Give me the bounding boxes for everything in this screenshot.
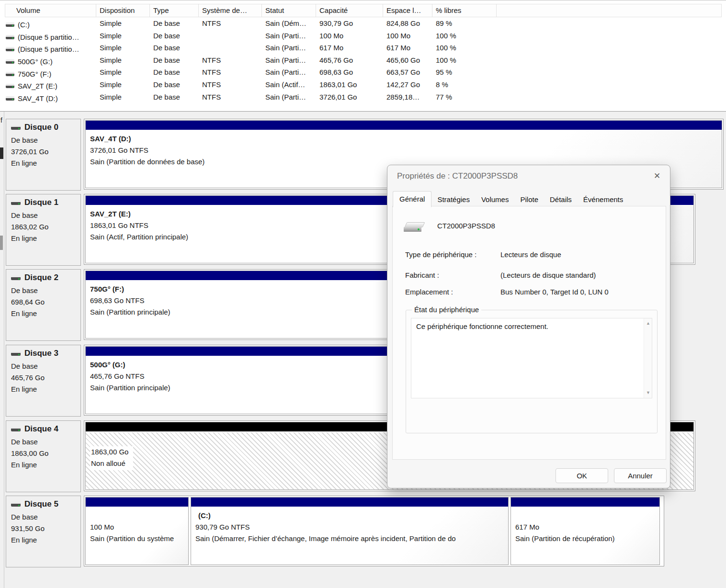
disk-name: Disque 0	[24, 123, 58, 132]
disk-status: En ligne	[11, 459, 80, 471]
disk-status: En ligne	[11, 158, 80, 169]
partition-size: 100 Mo	[90, 521, 184, 533]
partition-recovery[interactable]: 617 Mo Sain (Partition de récupération)	[510, 497, 660, 565]
tab-details[interactable]: Détails	[544, 193, 578, 207]
disk-size: 698,64 Go	[11, 296, 80, 308]
disk-name: Disque 5	[24, 499, 58, 509]
tab-volumes[interactable]: Volumes	[476, 193, 515, 207]
partition-state: Non alloué	[91, 458, 128, 469]
cell-filesystem: NTFS	[199, 18, 262, 31]
cell-capacite: 930,79 Go	[316, 18, 383, 31]
disk-2-label-panel[interactable]: Disque 2 De base 698,64 Go En ligne	[6, 269, 81, 341]
disk-5-label-panel[interactable]: Disque 5 De base 931,50 Go En ligne	[6, 496, 81, 567]
partition-color-strip	[511, 498, 659, 508]
edge-text-fragment: f	[0, 116, 2, 124]
cell-espace: 142,27 Go	[383, 79, 432, 92]
volume-drive-icon	[6, 23, 14, 27]
volume-drive-icon	[6, 96, 14, 101]
cell-filesystem: NTFS	[199, 79, 262, 92]
disk-type: De base	[11, 436, 80, 448]
cell-filesystem: NTFS	[199, 55, 262, 68]
partition-size: 617 Mo	[515, 521, 655, 533]
cell-filler	[497, 31, 722, 43]
edge-mark	[0, 236, 3, 250]
partition-state: Sain (Démarrer, Fichier d’échange, Image…	[195, 533, 504, 544]
disk-status: En ligne	[11, 233, 80, 244]
partition-c[interactable]: (C:) 930,79 Go NTFS Sain (Démarrer, Fich…	[191, 497, 509, 565]
disk-4-label-panel[interactable]: Disque 4 De base 1863,00 Go En ligne	[6, 420, 81, 492]
disk-icon	[11, 125, 21, 130]
cell-libres: 8 %	[432, 79, 497, 92]
dialog-tab-page: CT2000P3PSSD8 Type de périphérique : Lec…	[392, 206, 666, 460]
partition-system[interactable]: 100 Mo Sain (Partition du système	[85, 497, 189, 565]
disk-icon	[11, 351, 21, 356]
location-label: Emplacement :	[405, 288, 500, 296]
volume-name: (Disque 5 partitio…	[18, 45, 79, 53]
column-header-filesystem[interactable]: Système de…	[199, 4, 262, 17]
tab-general[interactable]: Général	[393, 191, 431, 207]
cell-libres: 77 %	[432, 92, 497, 104]
close-icon[interactable]: ✕	[650, 169, 664, 183]
cell-disposition: Simple	[96, 79, 150, 92]
scroll-up-icon[interactable]: ▲	[644, 319, 652, 328]
cell-espace: 2859,18…	[383, 92, 432, 104]
column-header-statut[interactable]: Statut	[262, 4, 316, 17]
column-header-volume[interactable]: Volume	[5, 4, 96, 17]
volume-row[interactable]: (C:)	[5, 18, 96, 31]
disk-type: De base	[11, 361, 80, 372]
cell-libres: 95 %	[432, 67, 497, 79]
disk-name: Disque 2	[24, 273, 58, 283]
volume-drive-icon	[6, 35, 14, 39]
properties-dialog: Propriétés de : CT2000P3PSSD8 ✕ Général …	[387, 165, 670, 488]
cell-capacite: 465,76 Go	[316, 55, 383, 68]
disk-3-label-panel[interactable]: Disque 3 De base 465,76 Go En ligne	[6, 345, 81, 417]
volume-row[interactable]: 500G° (G:)	[5, 55, 96, 68]
tab-pilote[interactable]: Pilote	[514, 193, 544, 207]
cell-filler	[497, 79, 722, 92]
disk-0-label-panel[interactable]: Disque 0 De base 3726,01 Go En ligne	[6, 119, 81, 191]
disk-size: 465,76 Go	[11, 372, 80, 384]
column-header-espace-libre[interactable]: Espace l…	[383, 4, 432, 17]
cell-capacite: 698,63 Go	[316, 67, 383, 79]
column-header-capacite[interactable]: Capacité	[316, 4, 383, 17]
volume-row[interactable]: SAV_2T (E:)	[5, 79, 96, 92]
ok-button[interactable]: OK	[556, 468, 608, 483]
cell-disposition: Simple	[96, 43, 150, 55]
partition-color-strip	[191, 498, 508, 508]
cell-libres: 100 %	[432, 31, 497, 43]
cell-type: De base	[150, 92, 199, 104]
volume-row[interactable]: (Disque 5 partitio…	[5, 31, 96, 43]
column-header-type[interactable]: Type	[150, 4, 199, 17]
cell-capacite: 3726,01 Go	[316, 92, 383, 104]
disk-icon	[11, 427, 21, 431]
disk-size: 931,50 Go	[11, 523, 80, 534]
cell-type: De base	[150, 55, 199, 68]
scrollbar[interactable]: ▲ ▼	[644, 318, 652, 398]
partition-title	[515, 510, 655, 521]
cell-filesystem	[199, 31, 262, 43]
tab-evenements[interactable]: Événements	[578, 193, 629, 207]
disk-size: 3726,01 Go	[11, 146, 80, 158]
cell-type: De base	[150, 31, 199, 43]
tab-strategies[interactable]: Stratégies	[431, 193, 476, 207]
disk-name: Disque 1	[24, 198, 58, 207]
volume-row[interactable]: SAV_4T (D:)	[5, 92, 96, 104]
device-name: CT2000P3PSSD8	[437, 222, 495, 230]
volume-row[interactable]: (Disque 5 partitio…	[5, 43, 96, 55]
volume-list-header: Volume Disposition Type Système de… Stat…	[5, 4, 722, 17]
cell-statut: Sain (Parti…	[262, 31, 316, 43]
volume-row[interactable]: 750G° (F:)	[5, 67, 96, 79]
cell-libres: 100 %	[432, 55, 497, 68]
disk-size: 1863,02 Go	[11, 221, 80, 233]
cell-espace: 617 Mo	[383, 43, 432, 55]
column-header-pct-libres[interactable]: % libres	[432, 4, 497, 17]
column-header-disposition[interactable]: Disposition	[96, 4, 150, 17]
cancel-button[interactable]: Annuler	[614, 468, 667, 483]
disk-1-label-panel[interactable]: Disque 1 De base 1863,02 Go En ligne	[6, 194, 81, 266]
cell-disposition: Simple	[96, 67, 150, 79]
scroll-down-icon[interactable]: ▼	[644, 389, 652, 397]
cell-type: De base	[150, 18, 199, 31]
cell-libres: 100 %	[432, 43, 497, 55]
partition-title: (C:)	[195, 510, 504, 521]
cell-disposition: Simple	[96, 55, 150, 68]
